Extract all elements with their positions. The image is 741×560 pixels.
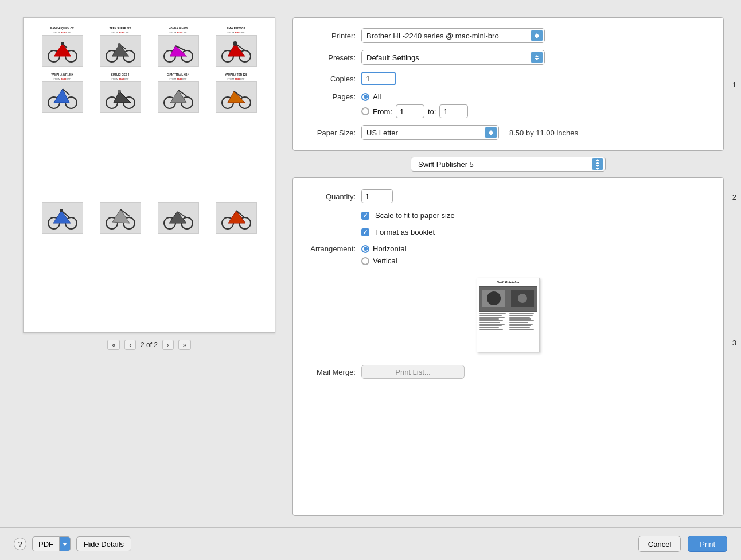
app-selector[interactable]: Swift Publisher 5 [411,157,606,172]
pages-row: Pages: All From: to: [307,92,709,118]
bike-image-10 [100,202,141,234]
paper-size-select[interactable]: US Letter [361,125,499,140]
section-marker-3: 3 [732,339,736,347]
pdf-btn[interactable]: PDF [32,536,59,551]
first-page-btn[interactable]: « [107,340,120,350]
pages-from-radio[interactable] [361,107,369,115]
scale-to-fit-row: Scale to fit to paper size [361,211,709,220]
doc-preview-area: Swift Publisher [307,278,709,352]
cancel-btn[interactable]: Cancel [638,536,681,552]
bike-label-8: YAMAHA TBR 125 [225,73,247,76]
hide-details-btn[interactable]: Hide Details [76,536,131,551]
next-page-btn[interactable]: › [162,340,174,350]
bike-label-7: GIANT TRAIL XB 4 [167,73,190,76]
bike-image-11 [158,202,199,234]
right-panel: Printer: Brother HL-2240 series @ mac-mi… [292,17,724,516]
scale-to-fit-label: Scale to fit to paper size [375,211,455,220]
svg-point-39 [60,209,63,212]
bike-price-1: FROM $120OFF [54,31,71,34]
quantity-input[interactable] [361,189,393,203]
lower-settings-box: Quantity: Scale to fit to paper size For… [292,177,724,516]
scale-to-fit-checkbox[interactable] [361,212,369,220]
format-booklet-checkbox[interactable] [361,228,369,236]
bike-price-5: FROM $100OFF [54,77,71,80]
horizontal-radio[interactable] [361,245,369,253]
printer-select[interactable]: Brother HL-2240 series @ mac-mini-bro [361,28,545,43]
svg-point-56 [518,294,527,303]
pages-all-radio[interactable] [361,93,369,101]
bike-label-5: YAMAHA WR125X [51,73,73,76]
pages-all-label: All [373,92,381,101]
bike-price-4: FROM $160OFF [228,31,245,34]
svg-point-26 [118,90,121,93]
thumbnail-text [479,313,537,349]
pages-all-row: All [361,92,468,101]
pdf-dropdown-btn[interactable] [59,536,71,551]
vertical-label: Vertical [373,256,397,265]
printer-label: Printer: [307,32,356,40]
bike-price-8: FROM $130OFF [228,77,245,80]
arrangement-label: Arrangement: [307,244,356,253]
arrangement-radio-group: Horizontal Vertical [361,244,407,265]
pages-radio-group: All From: to: [361,92,468,118]
bike-image-12 [216,202,257,234]
help-btn[interactable]: ? [14,538,26,550]
bike-image-1 [42,35,83,67]
bike-image-5 [42,81,83,113]
pages-from-row: From: to: [361,104,468,118]
last-page-btn[interactable]: » [178,340,191,350]
format-booklet-row: Format as booklet [361,228,709,236]
svg-point-4 [61,42,64,45]
text-col-left [479,313,508,349]
paper-size-select-wrapper: US Letter [361,125,499,140]
doc-thumbnail: Swift Publisher [477,278,540,352]
copies-label: Copies: [307,75,356,83]
bike-label-2: TREK SUPRE SIX [110,27,131,30]
bike-image-3 [158,35,199,67]
bottom-right: Cancel Print [638,536,727,552]
paper-size-label: Paper Size: [307,129,356,137]
paper-size-row: Paper Size: US Letter 8.50 by 11.00 inch… [307,125,709,140]
svg-marker-2 [54,44,71,56]
section-marker-1: 1 [732,80,736,89]
copies-row: Copies: [307,72,709,85]
paper-size-info: 8.50 by 11.00 inches [509,129,578,137]
bottom-bar: ? PDF Hide Details Cancel Print [0,527,741,560]
pages-from-label: From: [373,107,392,116]
horizontal-row: Horizontal [361,244,407,253]
pages-from-input[interactable] [396,104,424,118]
bike-image-4 [216,35,257,67]
bike-price-2: FROM $145OFF [112,31,129,34]
vertical-radio[interactable] [361,257,369,265]
page-indicator: 2 of 2 [141,341,158,349]
mail-merge-row: Mail Merge: Print List... [307,365,709,379]
copies-input[interactable] [361,72,396,85]
print-btn[interactable]: Print [688,536,727,552]
bike-label-4: BMW R1200GS [227,27,245,30]
presets-select[interactable]: Default Settings [361,50,545,65]
preview-box: BANCHI QUICK CX FROM $120OFF [23,17,275,333]
thumbnail-title: Swift Publisher [479,281,537,284]
pages-to-input[interactable] [439,104,468,118]
prev-page-btn[interactable]: ‹ [124,340,136,350]
presets-row: Presets: Default Settings [307,50,709,65]
svg-marker-21 [54,89,69,103]
bike-price-6: FROM $150OFF [112,77,129,80]
text-col-right [509,313,537,349]
bike-image-8 [216,81,257,113]
app-selector-wrapper: Swift Publisher 5 [411,157,606,172]
quantity-row: Quantity: [307,189,709,203]
pages-to-label: to: [428,107,436,116]
print-list-btn[interactable]: Print List... [361,365,465,379]
app-selector-row: Swift Publisher 5 [292,157,724,172]
svg-point-55 [487,291,501,305]
arrangement-row: Arrangement: Horizontal Vertical [307,244,709,265]
svg-marker-42 [112,209,130,223]
svg-marker-29 [170,90,186,103]
bike-label-6: SUZUKI GSX-4 [111,73,130,76]
pdf-btn-wrapper: PDF [32,536,71,551]
bike-label-3: HONDA GL-800 [169,27,188,30]
quantity-label: Quantity: [307,192,356,201]
printer-settings-box: Printer: Brother HL-2240 series @ mac-mi… [292,17,724,151]
svg-point-18 [233,41,237,46]
